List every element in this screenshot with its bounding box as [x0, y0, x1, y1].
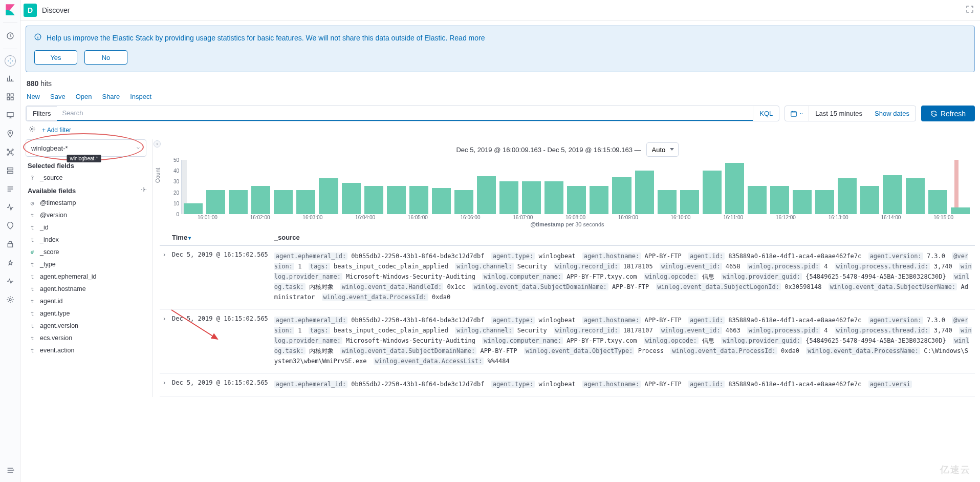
callout-text: Help us improve the Elastic Stack by pro… — [47, 34, 485, 42]
field-_type[interactable]: t_type — [26, 258, 152, 270]
toolbar-link-inspect[interactable]: Inspect — [130, 93, 151, 100]
field-_id[interactable]: t_id — [26, 221, 152, 234]
histogram-bar[interactable] — [499, 181, 518, 214]
histogram-bar[interactable] — [770, 186, 789, 214]
field-agent.id[interactable]: tagent.id — [26, 295, 152, 307]
histogram-bar[interactable] — [928, 190, 947, 214]
histogram-bar[interactable] — [387, 186, 406, 214]
histogram-chart[interactable]: Count 01020304050 16:01:0016:02:0016:03:… — [160, 160, 975, 226]
histogram-bar[interactable] — [838, 178, 857, 214]
row-source: agent.ephemeral_id: 0b055db2-2250-43b1-8… — [274, 315, 972, 366]
toolbar-link-save[interactable]: Save — [50, 93, 66, 100]
histogram-bar[interactable] — [477, 176, 496, 214]
histogram-bar[interactable] — [409, 186, 428, 214]
histogram-bar[interactable] — [545, 181, 563, 214]
toolbar-link-new[interactable]: New — [27, 93, 40, 100]
histogram-bar[interactable] — [635, 171, 654, 214]
toolbar-link-open[interactable]: Open — [76, 93, 92, 100]
field-@timestamp[interactable]: ◷@timestamp — [26, 197, 152, 209]
add-filter-link[interactable]: + Add filter — [42, 127, 71, 134]
histogram-bar[interactable] — [454, 190, 473, 214]
toolbar-link-share[interactable]: Share — [102, 93, 120, 100]
nav-discover-icon[interactable] — [5, 55, 16, 67]
field-agent.ephemeral_id[interactable]: tagent.ephemeral_id — [26, 270, 152, 283]
field-agent.type[interactable]: tagent.type — [26, 307, 152, 320]
field-type-icon: ? — [29, 175, 36, 181]
nav-recent-icon[interactable] — [2, 29, 18, 43]
svg-point-18 — [31, 128, 33, 130]
refresh-button[interactable]: Refresh — [921, 106, 975, 121]
histogram-bar[interactable] — [815, 190, 834, 214]
histogram-bar[interactable] — [703, 171, 722, 214]
filter-settings-icon[interactable] — [29, 125, 36, 134]
histogram-bar[interactable] — [590, 186, 608, 214]
histogram-bar[interactable] — [206, 190, 225, 214]
histogram-bar[interactable] — [274, 190, 293, 214]
kibana-logo-icon[interactable] — [2, 3, 18, 16]
histogram-bar[interactable] — [860, 186, 879, 214]
svg-rect-1 — [7, 94, 10, 96]
field-_score[interactable]: #_score — [26, 246, 152, 258]
histogram-bar[interactable] — [748, 186, 767, 214]
nav-apm-icon[interactable] — [2, 201, 18, 214]
histogram-bar[interactable] — [725, 163, 744, 214]
filters-label[interactable]: Filters — [26, 106, 57, 121]
histogram-bar[interactable] — [658, 190, 677, 214]
calendar-icon[interactable] — [785, 106, 809, 121]
field-ecs.version[interactable]: tecs.version — [26, 332, 152, 344]
histogram-bar[interactable] — [612, 177, 631, 214]
field-@version[interactable]: t@version — [26, 209, 152, 221]
show-dates-link[interactable]: Show dates — [868, 106, 916, 121]
interval-select[interactable]: Auto — [646, 142, 679, 157]
callout-no-button[interactable]: No — [84, 50, 127, 65]
histogram-bar[interactable] — [296, 190, 315, 214]
callout-yes-button[interactable]: Yes — [34, 50, 77, 65]
histogram-bar[interactable] — [319, 178, 338, 214]
nav-maps-icon[interactable] — [2, 127, 18, 140]
histogram-bar[interactable] — [906, 178, 925, 214]
expand-row-icon[interactable]: › — [160, 246, 169, 310]
nav-ml-icon[interactable] — [2, 145, 18, 159]
histogram-bar[interactable] — [522, 181, 541, 214]
histogram-bar[interactable] — [951, 207, 970, 214]
field-_index[interactable]: t_index — [26, 234, 152, 246]
histogram-bar[interactable] — [229, 190, 248, 214]
nav-monitoring-icon[interactable] — [2, 275, 18, 288]
histogram-bar[interactable] — [251, 186, 270, 214]
kql-toggle[interactable]: KQL — [753, 106, 779, 121]
nav-visualize-icon[interactable] — [2, 72, 18, 85]
nav-canvas-icon[interactable] — [2, 109, 18, 122]
col-time[interactable]: Time▾ — [169, 229, 271, 246]
row-time: Dec 5, 2019 @ 16:15:02.565 — [169, 374, 271, 397]
histogram-bar[interactable] — [342, 183, 361, 214]
full-screen-icon[interactable] — [966, 5, 974, 15]
histogram-bar[interactable] — [567, 186, 586, 214]
nav-infra-icon[interactable] — [2, 164, 18, 177]
field-name: ecs.version — [40, 334, 72, 342]
index-pattern-select[interactable]: winlogbeat-* — [26, 139, 146, 157]
nav-siem-icon[interactable] — [2, 238, 18, 251]
histogram-bar[interactable] — [883, 175, 902, 214]
nav-management-icon[interactable] — [2, 293, 18, 306]
histogram-bar[interactable] — [432, 188, 451, 214]
field-agent.hostname[interactable]: tagent.hostname — [26, 283, 152, 295]
histogram-bar[interactable] — [680, 190, 699, 214]
histogram-bar[interactable] — [364, 186, 383, 214]
col-source[interactable]: _source — [271, 229, 975, 246]
field-agent.version[interactable]: tagent.version — [26, 320, 152, 332]
nav-dashboard-icon[interactable] — [2, 90, 18, 103]
expand-row-icon[interactable]: › — [160, 374, 169, 397]
field-_source[interactable]: ?_source — [26, 172, 152, 184]
search-input[interactable] — [57, 106, 753, 121]
collapse-sidebar-icon[interactable]: ‹ — [154, 140, 161, 148]
nav-collapse-icon[interactable] — [2, 464, 18, 477]
nav-uptime-icon[interactable] — [2, 219, 18, 233]
nav-devtools-icon[interactable] — [2, 256, 18, 269]
fields-settings-icon[interactable] — [141, 186, 147, 194]
nav-logs-icon[interactable] — [2, 182, 18, 196]
histogram-bar[interactable] — [793, 190, 812, 214]
expand-row-icon[interactable]: › — [160, 310, 169, 374]
time-picker[interactable]: Last 15 minutes Show dates — [785, 106, 916, 121]
histogram-bar[interactable] — [184, 203, 203, 214]
field-event.action[interactable]: tevent.action — [26, 344, 152, 357]
